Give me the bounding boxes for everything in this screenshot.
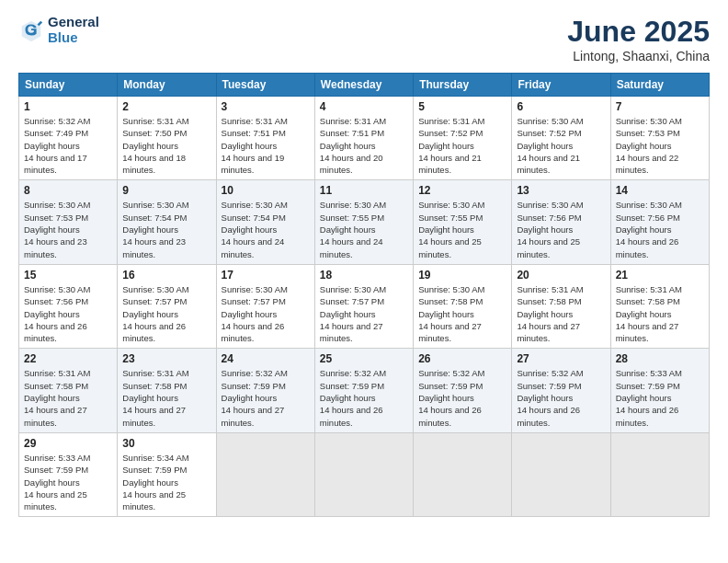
day-info: Sunrise: 5:32 AMSunset: 7:59 PMDaylight … bbox=[517, 367, 605, 428]
calendar-cell: 3Sunrise: 5:31 AMSunset: 7:51 PMDaylight… bbox=[216, 97, 314, 180]
calendar-cell bbox=[314, 432, 413, 516]
day-info: Sunrise: 5:30 AMSunset: 7:58 PMDaylight … bbox=[418, 283, 506, 344]
day-number: 7 bbox=[616, 100, 704, 113]
day-info: Sunrise: 5:33 AMSunset: 7:59 PMDaylight … bbox=[24, 452, 112, 512]
day-number: 25 bbox=[320, 352, 408, 365]
calendar-week-row: 29Sunrise: 5:33 AMSunset: 7:59 PMDayligh… bbox=[19, 432, 710, 516]
day-info: Sunrise: 5:30 AMSunset: 7:57 PMDaylight … bbox=[320, 283, 408, 344]
calendar-cell: 14Sunrise: 5:30 AMSunset: 7:56 PMDayligh… bbox=[610, 180, 709, 264]
calendar-cell bbox=[512, 432, 610, 516]
calendar-cell: 28Sunrise: 5:33 AMSunset: 7:59 PMDayligh… bbox=[610, 349, 709, 432]
day-info: Sunrise: 5:30 AMSunset: 7:56 PMDaylight … bbox=[24, 283, 112, 344]
day-info: Sunrise: 5:32 AMSunset: 7:59 PMDaylight … bbox=[320, 367, 408, 428]
logo-general: General bbox=[48, 15, 99, 30]
calendar-cell: 27Sunrise: 5:32 AMSunset: 7:59 PMDayligh… bbox=[512, 349, 610, 432]
calendar-cell: 8Sunrise: 5:30 AMSunset: 7:53 PMDaylight… bbox=[19, 180, 118, 264]
calendar-cell bbox=[610, 432, 709, 516]
day-info: Sunrise: 5:30 AMSunset: 7:57 PMDaylight … bbox=[222, 283, 310, 344]
calendar-cell: 11Sunrise: 5:30 AMSunset: 7:55 PMDayligh… bbox=[314, 180, 413, 264]
calendar-cell: 18Sunrise: 5:30 AMSunset: 7:57 PMDayligh… bbox=[314, 264, 413, 348]
day-info: Sunrise: 5:31 AMSunset: 7:58 PMDaylight … bbox=[24, 367, 112, 428]
day-info: Sunrise: 5:30 AMSunset: 7:57 PMDaylight … bbox=[122, 283, 210, 344]
calendar-cell: 13Sunrise: 5:30 AMSunset: 7:56 PMDayligh… bbox=[512, 180, 610, 264]
day-number: 16 bbox=[122, 269, 210, 282]
day-info: Sunrise: 5:31 AMSunset: 7:52 PMDaylight … bbox=[418, 115, 506, 176]
day-info: Sunrise: 5:31 AMSunset: 7:58 PMDaylight … bbox=[616, 283, 704, 344]
day-number: 13 bbox=[517, 184, 605, 197]
day-number: 2 bbox=[122, 100, 210, 113]
weekday-header: Wednesday bbox=[314, 74, 413, 97]
calendar-cell: 12Sunrise: 5:30 AMSunset: 7:55 PMDayligh… bbox=[414, 180, 512, 264]
day-info: Sunrise: 5:30 AMSunset: 7:52 PMDaylight … bbox=[517, 115, 605, 176]
day-info: Sunrise: 5:31 AMSunset: 7:50 PMDaylight … bbox=[122, 115, 210, 176]
day-number: 26 bbox=[418, 352, 506, 365]
day-info: Sunrise: 5:30 AMSunset: 7:55 PMDaylight … bbox=[320, 199, 408, 259]
calendar-week-row: 8Sunrise: 5:30 AMSunset: 7:53 PMDaylight… bbox=[19, 180, 710, 264]
day-info: Sunrise: 5:30 AMSunset: 7:54 PMDaylight … bbox=[122, 199, 210, 259]
day-info: Sunrise: 5:30 AMSunset: 7:53 PMDaylight … bbox=[24, 199, 112, 259]
calendar-cell: 9Sunrise: 5:30 AMSunset: 7:54 PMDaylight… bbox=[118, 180, 216, 264]
title-block: June 2025 Lintong, Shaanxi, China bbox=[567, 15, 710, 63]
calendar-cell: 21Sunrise: 5:31 AMSunset: 7:58 PMDayligh… bbox=[610, 264, 709, 348]
day-info: Sunrise: 5:34 AMSunset: 7:59 PMDaylight … bbox=[122, 452, 210, 512]
weekday-header: Friday bbox=[512, 74, 610, 97]
calendar-cell: 30Sunrise: 5:34 AMSunset: 7:59 PMDayligh… bbox=[118, 432, 216, 516]
day-number: 24 bbox=[222, 352, 310, 365]
day-info: Sunrise: 5:30 AMSunset: 7:56 PMDaylight … bbox=[517, 199, 605, 259]
day-number: 1 bbox=[24, 100, 112, 113]
day-info: Sunrise: 5:30 AMSunset: 7:55 PMDaylight … bbox=[418, 199, 506, 259]
day-info: Sunrise: 5:31 AMSunset: 7:58 PMDaylight … bbox=[517, 283, 605, 344]
calendar-cell: 24Sunrise: 5:32 AMSunset: 7:59 PMDayligh… bbox=[216, 349, 314, 432]
day-info: Sunrise: 5:32 AMSunset: 7:59 PMDaylight … bbox=[418, 367, 506, 428]
day-info: Sunrise: 5:30 AMSunset: 7:56 PMDaylight … bbox=[616, 199, 704, 259]
day-info: Sunrise: 5:30 AMSunset: 7:54 PMDaylight … bbox=[222, 199, 310, 259]
day-number: 5 bbox=[418, 100, 506, 113]
calendar-cell: 23Sunrise: 5:31 AMSunset: 7:58 PMDayligh… bbox=[118, 349, 216, 432]
day-number: 15 bbox=[24, 269, 112, 282]
day-info: Sunrise: 5:32 AMSunset: 7:49 PMDaylight … bbox=[24, 115, 112, 176]
day-info: Sunrise: 5:30 AMSunset: 7:53 PMDaylight … bbox=[616, 115, 704, 176]
calendar: SundayMondayTuesdayWednesdayThursdayFrid… bbox=[18, 73, 710, 517]
calendar-cell: 17Sunrise: 5:30 AMSunset: 7:57 PMDayligh… bbox=[216, 264, 314, 348]
day-number: 9 bbox=[122, 184, 210, 197]
weekday-header: Sunday bbox=[19, 74, 118, 97]
day-info: Sunrise: 5:33 AMSunset: 7:59 PMDaylight … bbox=[616, 367, 704, 428]
calendar-cell bbox=[414, 432, 512, 516]
calendar-cell: 4Sunrise: 5:31 AMSunset: 7:51 PMDaylight… bbox=[314, 97, 413, 180]
calendar-cell: 10Sunrise: 5:30 AMSunset: 7:54 PMDayligh… bbox=[216, 180, 314, 264]
calendar-cell: 5Sunrise: 5:31 AMSunset: 7:52 PMDaylight… bbox=[414, 97, 512, 180]
day-number: 8 bbox=[24, 184, 112, 197]
location: Lintong, Shaanxi, China bbox=[567, 49, 710, 63]
day-number: 28 bbox=[616, 352, 704, 365]
calendar-cell: 19Sunrise: 5:30 AMSunset: 7:58 PMDayligh… bbox=[414, 264, 512, 348]
calendar-cell: 26Sunrise: 5:32 AMSunset: 7:59 PMDayligh… bbox=[414, 349, 512, 432]
calendar-week-row: 22Sunrise: 5:31 AMSunset: 7:58 PMDayligh… bbox=[19, 349, 710, 432]
header: General Blue June 2025 Lintong, Shaanxi,… bbox=[18, 15, 710, 63]
day-info: Sunrise: 5:32 AMSunset: 7:59 PMDaylight … bbox=[222, 367, 310, 428]
calendar-cell: 16Sunrise: 5:30 AMSunset: 7:57 PMDayligh… bbox=[118, 264, 216, 348]
weekday-header-row: SundayMondayTuesdayWednesdayThursdayFrid… bbox=[19, 74, 710, 97]
logo: General Blue bbox=[18, 15, 99, 45]
day-number: 11 bbox=[320, 184, 408, 197]
day-number: 6 bbox=[517, 100, 605, 113]
calendar-cell: 29Sunrise: 5:33 AMSunset: 7:59 PMDayligh… bbox=[19, 432, 118, 516]
calendar-cell: 1Sunrise: 5:32 AMSunset: 7:49 PMDaylight… bbox=[19, 97, 118, 180]
day-number: 10 bbox=[222, 184, 310, 197]
day-number: 12 bbox=[418, 184, 506, 197]
month-title: June 2025 bbox=[567, 15, 710, 49]
day-number: 29 bbox=[24, 437, 112, 450]
weekday-header: Saturday bbox=[610, 74, 709, 97]
day-number: 18 bbox=[320, 269, 408, 282]
page: General Blue June 2025 Lintong, Shaanxi,… bbox=[0, 0, 728, 563]
calendar-cell: 2Sunrise: 5:31 AMSunset: 7:50 PMDaylight… bbox=[118, 97, 216, 180]
day-number: 3 bbox=[222, 100, 310, 113]
weekday-header: Tuesday bbox=[216, 74, 314, 97]
day-number: 19 bbox=[418, 269, 506, 282]
day-info: Sunrise: 5:31 AMSunset: 7:51 PMDaylight … bbox=[222, 115, 310, 176]
day-number: 4 bbox=[320, 100, 408, 113]
logo-blue: Blue bbox=[48, 30, 99, 46]
calendar-cell bbox=[216, 432, 314, 516]
weekday-header: Monday bbox=[118, 74, 216, 97]
day-number: 21 bbox=[616, 269, 704, 282]
day-number: 20 bbox=[517, 269, 605, 282]
